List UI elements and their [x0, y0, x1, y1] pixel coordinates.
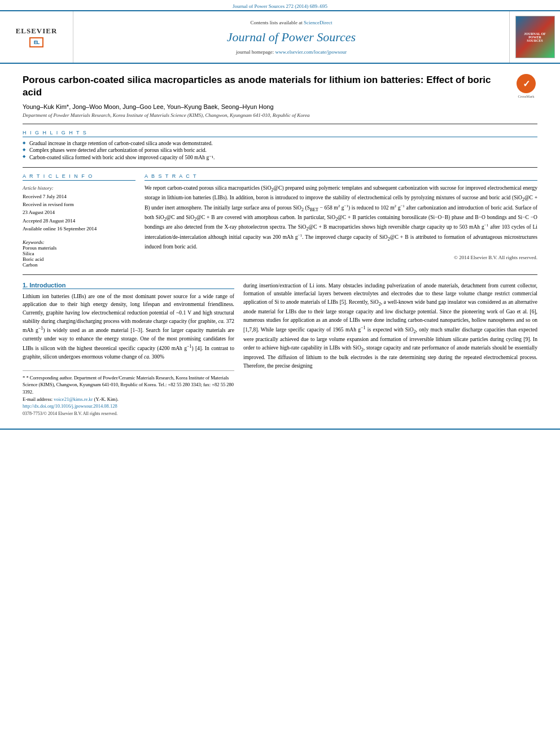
copyright-bottom: 0378-7753/© 2014 Elsevier B.V. All right… — [23, 411, 234, 416]
article-title: Porous carbon-coated silica macroparticl… — [23, 74, 509, 99]
abstract-copyright: © 2014 Elsevier B.V. All rights reserved… — [145, 255, 537, 260]
elsevier-logo-box: EL — [29, 37, 44, 47]
keywords-section: Keywords: Porous materials Silica Boric … — [23, 239, 135, 268]
journal-title: Journal of Power Sources — [227, 30, 356, 45]
crossmark-label: CrossMark — [518, 94, 535, 98]
authors-line: Young–Kuk Kim*, Jong–Woo Moon, Jung–Goo … — [23, 103, 509, 110]
info-abstract-section: A R T I C L E I N F O Article history: R… — [23, 173, 537, 274]
article-title-text: Porous carbon-coated silica macroparticl… — [23, 74, 509, 118]
article-info-label: A R T I C L E I N F O — [23, 173, 135, 181]
intro-right-col: during insertion/extraction of Li ions. … — [243, 282, 537, 416]
homepage-url[interactable]: www.elsevier.com/locate/jpowsour — [275, 49, 347, 55]
journal-cover-image: JOURNAL OFPOWERSOURCES — [515, 16, 555, 58]
revised-label: Received in revised form — [23, 200, 135, 208]
kw-1: Porous materials — [23, 245, 56, 251]
introduction-section: 1. Introduction Lithium ion batteries (L… — [23, 282, 537, 416]
highlight-item-1: Gradual increase in charge retention of … — [23, 141, 537, 146]
elsevier-branding: ELSEVIER EL — [0, 11, 73, 63]
cover-label: JOURNAL OFPOWERSOURCES — [523, 31, 547, 43]
elsevier-wordmark: ELSEVIER — [16, 27, 58, 36]
abstract-col: A B S T R A C T We report carbon-coated … — [145, 173, 537, 267]
keywords-values: Porous materials Silica Boric acid Carbo… — [23, 245, 135, 268]
email-label: E-mail address: — [23, 396, 54, 402]
kw-2: Silica — [23, 251, 34, 256]
page-bottom-border — [0, 429, 560, 430]
intro-left-text: Lithium ion batteries (LIBs) are one of … — [23, 292, 234, 361]
kw-3: Boric acid — [23, 256, 43, 262]
highlight-item-3: Carbon-coated silica formed with boric a… — [23, 154, 537, 160]
crossmark-badge: ✓ CrossMark — [515, 74, 537, 98]
elsevier-logo-icon: EL — [34, 40, 40, 45]
doi-link[interactable]: http://dx.doi.org/10.1016/j.jpowsour.201… — [23, 403, 234, 409]
history-label: Article history: — [23, 184, 135, 192]
footnote-text: * * Corresponding author. Department of … — [23, 374, 234, 396]
article-history: Article history: Received 7 July 2014 Re… — [23, 184, 135, 233]
intro-right-text: during insertion/extraction of Li ions. … — [243, 282, 537, 370]
corresponding-author-text: * Corresponding author. Department of Po… — [23, 375, 234, 395]
intro-heading: 1. Introduction — [23, 282, 234, 289]
journal-header-center: Contents lists available at ScienceDirec… — [73, 11, 509, 63]
sciencedirect-link[interactable]: ScienceDirect — [304, 20, 332, 25]
header-section: ELSEVIER EL Contents lists available at … — [0, 11, 560, 64]
top-bar: Journal of Power Sources 272 (2014) 689–… — [0, 0, 560, 11]
email-address[interactable]: voice21@kims.re.kr — [54, 396, 93, 402]
journal-cover: JOURNAL OFPOWERSOURCES — [509, 11, 560, 63]
authors: Young–Kuk Kim*, Jong–Woo Moon, Jung–Goo … — [23, 103, 274, 110]
available-date: Available online 16 September 2014 — [23, 225, 135, 233]
footnote-star: * — [23, 375, 25, 381]
highlight-item-2: Complex phases were detected after carbo… — [23, 147, 537, 153]
highlights-label: H I G H L I G H T S — [23, 130, 537, 137]
contents-available-text: Contents lists available at ScienceDirec… — [251, 20, 333, 25]
accepted-date: Accepted 28 August 2014 — [23, 217, 135, 225]
abstract-label: A B S T R A C T — [145, 173, 537, 181]
article-info-col: A R T I C L E I N F O Article history: R… — [23, 173, 135, 267]
keywords-label: Keywords: — [23, 239, 135, 245]
email-line: E-mail address: voice21@kims.re.kr (Y.-K… — [23, 396, 234, 403]
journal-ref: Journal of Power Sources 272 (2014) 689–… — [233, 3, 327, 9]
homepage-line: journal homepage: www.elsevier.com/locat… — [236, 49, 347, 55]
email-suffix: (Y.-K. Kim). — [94, 396, 119, 402]
affiliation: Department of Powder Materials Research,… — [23, 112, 509, 118]
intro-left-col: 1. Introduction Lithium ion batteries (L… — [23, 282, 234, 416]
page: Journal of Power Sources 272 (2014) 689–… — [0, 0, 560, 430]
revised-date: 23 August 2014 — [23, 208, 135, 216]
received-date: Received 7 July 2014 — [23, 193, 135, 200]
kw-4: Carbon — [23, 262, 38, 268]
highlights-section: H I G H L I G H T S Gradual increase in … — [23, 130, 537, 168]
footnote-section: * * Corresponding author. Department of … — [23, 370, 234, 416]
article-title-section: Porous carbon-coated silica macroparticl… — [23, 74, 537, 124]
abstract-text: We report carbon-coated porous silica ma… — [145, 184, 537, 251]
main-content: Porous carbon-coated silica macroparticl… — [0, 64, 560, 423]
crossmark-icon: ✓ — [517, 74, 536, 93]
